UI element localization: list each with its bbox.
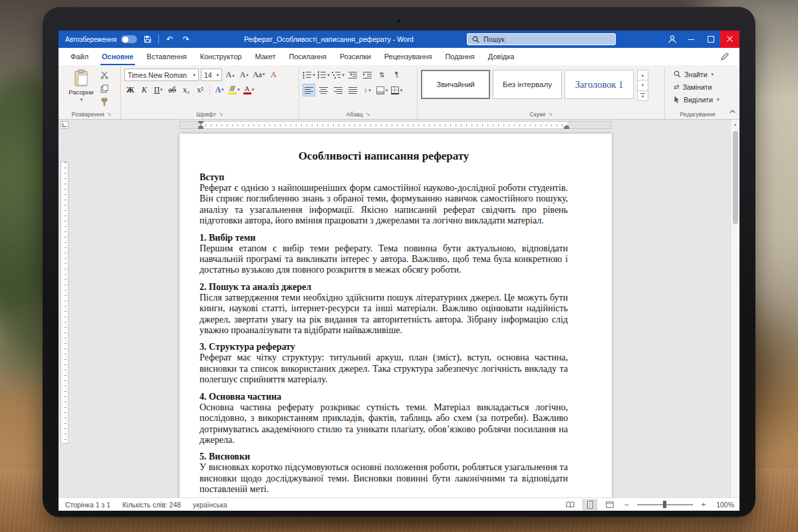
bold-button[interactable]: Ж	[124, 84, 136, 96]
replace-button[interactable]: ⇄ Замінити	[674, 82, 727, 92]
zoom-percentage[interactable]: 100%	[713, 501, 734, 509]
styles-scroll-up-button[interactable]: ▴	[637, 70, 648, 80]
save-button[interactable]	[142, 33, 154, 46]
editing-group-label: Редагування	[668, 109, 727, 119]
borders-icon	[391, 86, 399, 94]
clear-formatting-button[interactable]: А	[267, 68, 279, 81]
dropdown-icon: ▾	[80, 97, 83, 102]
down-arrow-icon: ▾	[246, 72, 248, 78]
word-count[interactable]: Кількість слів: 248	[122, 501, 181, 509]
style-no-spacing[interactable]: Без інтервалу	[493, 70, 562, 99]
clipboard-dialog-launcher-icon[interactable]: ↘	[107, 111, 112, 117]
dropdown-icon: ▾	[386, 88, 388, 92]
bullets-button[interactable]: ▾	[303, 68, 315, 81]
underline-button[interactable]: П▾	[152, 84, 164, 96]
tab-references[interactable]: Посилання	[283, 48, 333, 65]
align-left-button[interactable]	[303, 84, 315, 96]
change-case-button[interactable]: Аа▾	[252, 68, 265, 81]
show-formatting-marks-button[interactable]: ¶	[390, 68, 403, 81]
section-conclusions: 5. Висновки У висновках коротко підсумов…	[200, 451, 568, 495]
document-page[interactable]: Особливості написання реферату Вступ Реф…	[180, 134, 612, 497]
decrease-indent-button[interactable]	[346, 68, 359, 81]
find-icon	[674, 70, 681, 78]
zoom-slider[interactable]	[637, 504, 693, 505]
styles-more-button[interactable]: ▾	[637, 90, 648, 101]
down-arrow-icon: ▾	[642, 83, 644, 88]
tab-selector[interactable]	[61, 121, 68, 129]
font-color-button[interactable]: А▾	[243, 84, 255, 96]
tab-layout[interactable]: Макет	[248, 48, 282, 65]
justify-button[interactable]	[346, 84, 359, 96]
font-size-select[interactable]: 14▾	[201, 68, 222, 81]
style-heading1[interactable]: Заголовок 1	[565, 70, 634, 99]
search-box[interactable]: Пошук	[467, 33, 616, 45]
copy-button[interactable]	[99, 84, 110, 93]
restore-button[interactable]	[701, 31, 720, 48]
increase-indent-button[interactable]	[361, 68, 374, 81]
text-effects-button[interactable]: А▾	[213, 84, 225, 96]
line-spacing-button[interactable]: ↕▾	[361, 84, 374, 96]
page-indicator[interactable]: Сторінка 1 з 1	[65, 501, 110, 509]
scrollbar-thumb[interactable]	[733, 131, 738, 224]
paragraph-dialog-launcher-icon[interactable]: ↘	[366, 111, 370, 117]
tab-help[interactable]: Довідка	[481, 48, 521, 65]
vertical-ruler[interactable]	[61, 131, 68, 497]
grow-font-button[interactable]: А▴	[224, 68, 236, 81]
zoom-slider-thumb[interactable]	[663, 501, 666, 508]
dropdown-icon: ▾	[160, 88, 163, 92]
redo-button[interactable]: ↷	[180, 33, 192, 46]
restore-icon	[708, 36, 714, 43]
styles-dialog-launcher-icon[interactable]: ↘	[548, 111, 553, 117]
paste-button[interactable]: Расорни ▾	[66, 67, 96, 109]
print-layout-button[interactable]	[583, 499, 597, 510]
save-icon	[144, 35, 152, 43]
account-button[interactable]	[662, 31, 682, 48]
autosave-toggle[interactable]	[121, 35, 137, 43]
numbering-button[interactable]: ▾	[317, 68, 330, 81]
align-center-button[interactable]	[317, 84, 330, 96]
read-mode-button[interactable]	[563, 499, 577, 510]
minimize-button[interactable]	[682, 31, 701, 48]
tab-file[interactable]: Файл	[64, 48, 95, 65]
tab-home[interactable]: Основне	[95, 48, 140, 65]
tab-design[interactable]: Конструктор	[194, 48, 249, 65]
superscript-button[interactable]: х²	[194, 84, 206, 96]
zoom-in-button[interactable]: +	[700, 500, 708, 509]
font-name-select[interactable]: Times New Roman▾	[124, 68, 199, 81]
styles-scroll-down-button[interactable]: ▾	[637, 80, 648, 90]
strikethrough-button[interactable]: аб	[166, 84, 178, 96]
italic-button[interactable]: К	[138, 84, 150, 96]
style-normal[interactable]: Звичайний	[421, 70, 490, 99]
tab-mailings[interactable]: Розсилки	[333, 48, 378, 65]
subscript-button[interactable]: х₂	[180, 84, 192, 96]
format-painter-button[interactable]	[99, 97, 110, 106]
multilevel-list-button[interactable]: ▾	[332, 68, 344, 81]
inking-button[interactable]	[720, 48, 739, 65]
tab-insert[interactable]: Вставлення	[140, 48, 194, 65]
borders-button[interactable]: ▾	[390, 84, 403, 96]
web-layout-button[interactable]	[602, 499, 617, 510]
justify-icon	[348, 86, 357, 94]
find-button[interactable]: Знайти ▾	[674, 69, 727, 79]
cut-button[interactable]	[99, 70, 110, 80]
pen-icon	[720, 53, 729, 61]
sort-button[interactable]: ⇅	[376, 68, 388, 81]
select-button[interactable]: Виділити ▾	[674, 94, 727, 104]
tab-review[interactable]: Рецензування	[378, 48, 439, 65]
shrink-font-button[interactable]: А▾	[238, 68, 250, 81]
tab-view[interactable]: Подання	[438, 48, 481, 65]
section-body: Після затвердження теми необхідно здійсн…	[200, 293, 568, 336]
horizontal-ruler[interactable]	[59, 120, 730, 131]
align-right-button[interactable]	[332, 84, 344, 96]
close-button[interactable]	[720, 31, 739, 48]
collapse-ribbon-button[interactable]	[730, 104, 735, 116]
shading-button[interactable]: ▾	[376, 84, 388, 96]
scroll-up-arrow-icon[interactable]: ▴	[734, 120, 737, 127]
multilevel-list-icon	[332, 71, 340, 78]
zoom-out-button[interactable]: −	[622, 500, 630, 509]
font-dialog-launcher-icon[interactable]: ↘	[219, 111, 223, 117]
vertical-scrollbar[interactable]: ▴	[730, 120, 739, 497]
language-indicator[interactable]: українська	[193, 501, 227, 509]
text-highlight-button[interactable]: ▾	[227, 84, 241, 96]
undo-button[interactable]: ↶	[164, 33, 176, 46]
